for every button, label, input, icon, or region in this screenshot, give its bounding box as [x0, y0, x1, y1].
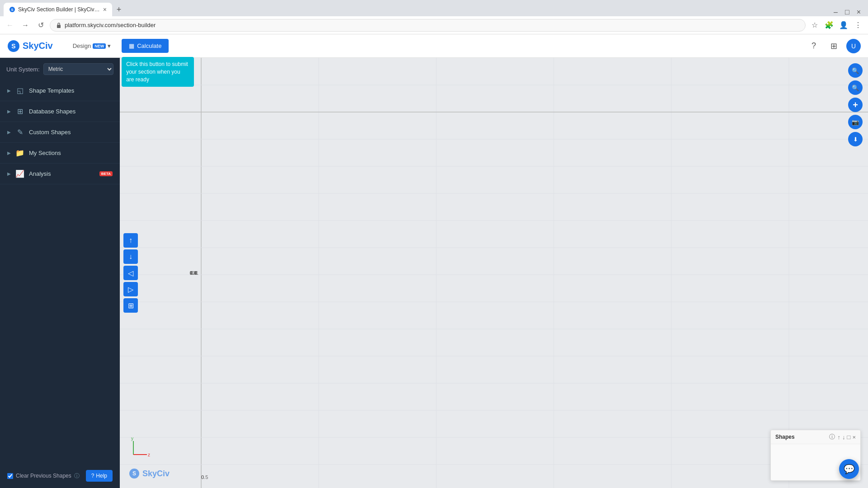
coord-svg: y z	[129, 436, 151, 459]
design-nav-btn[interactable]: Design NEW ▾	[67, 40, 116, 52]
shapes-up-btn[interactable]: ↑	[838, 434, 841, 441]
sidebar-item-shape-templates[interactable]: ▶ ◱ Shape Templates	[0, 80, 120, 101]
clear-shapes-label[interactable]: Clear Previous Shapes ⓘ	[7, 472, 80, 480]
zoom-out-btn[interactable]: 🔍	[848, 80, 863, 95]
nav-actions: ☆ 🧩 👤 ⋮	[808, 19, 864, 32]
arrow-icon-4: ▶	[7, 171, 11, 176]
zoom-in-btn[interactable]: 🔍	[848, 63, 863, 78]
extensions-btn[interactable]: 🧩	[823, 19, 835, 32]
pan-left-btn[interactable]: ◁	[123, 266, 138, 280]
arrow-icon-0: ▶	[7, 88, 11, 93]
calculate-btn[interactable]: ▦ Calculate	[122, 39, 169, 53]
sidebar-item-my-sections[interactable]: ▶ 📁 My Sections	[0, 143, 120, 164]
new-badge: NEW	[93, 43, 106, 49]
app-header: S SkyCiv Design NEW ▾ ▦ Calculate Click …	[0, 34, 868, 58]
shapes-panel-header: Shapes ⓘ ↑ ↓ □ ×	[771, 430, 860, 444]
unit-system-row: Unit System: Metric Imperial	[0, 58, 120, 80]
profile-btn[interactable]: 👤	[837, 19, 850, 32]
address-bar[interactable]: platform.skyciv.com/section-builder	[50, 19, 806, 32]
url-text: platform.skyciv.com/section-builder	[65, 22, 800, 28]
minimize-btn[interactable]: –	[834, 8, 838, 16]
sidebar-item-analysis[interactable]: ▶ 📈 Analysis BETA	[0, 164, 120, 184]
screenshot-btn[interactable]: 📷	[848, 115, 863, 129]
bookmark-btn[interactable]: ☆	[808, 19, 821, 32]
shapes-panel-title: Shapes	[775, 434, 826, 440]
new-tab-btn[interactable]: +	[112, 3, 126, 16]
header-right: ? ⊞ U	[807, 39, 861, 53]
tab-title: SkyCiv Section Builder | SkyCiv P...	[18, 6, 100, 13]
shapes-close-btn[interactable]: ×	[852, 434, 856, 441]
left-toolbar: ↑ ↓ ◁ ▷ ⊞	[123, 233, 138, 313]
grid-svg	[120, 58, 868, 488]
tab-favicon: S	[9, 6, 15, 13]
arrow-icon-3: ▶	[7, 150, 11, 155]
unit-select[interactable]: Metric Imperial	[43, 63, 113, 75]
pan-right-btn[interactable]: ▷	[123, 282, 138, 296]
pan-up-btn[interactable]: ↑	[123, 233, 138, 248]
back-btn[interactable]: ←	[4, 19, 16, 32]
browser-tab[interactable]: S SkyCiv Section Builder | SkyCiv P... ×	[4, 3, 112, 16]
refresh-btn[interactable]: ↺	[34, 19, 47, 32]
submit-tooltip-popup: Click this button to submit your section…	[122, 57, 194, 87]
shapes-copy-btn[interactable]: □	[847, 434, 851, 441]
shapes-down-btn[interactable]: ↓	[842, 434, 845, 441]
nav-bar: ← → ↺ platform.skyciv.com/section-builde…	[0, 16, 868, 34]
coord-indicator: y z	[129, 436, 151, 461]
calculate-label: Calculate	[137, 42, 161, 49]
header-nav: Design NEW ▾ ▦ Calculate Click this butt…	[67, 39, 169, 53]
help-label: Help	[96, 473, 107, 479]
x-label-05: 0.5	[201, 474, 208, 480]
canvas-watermark: S SkyCiv	[129, 468, 170, 479]
help-btn[interactable]: ? Help	[86, 470, 113, 482]
avatar[interactable]: U	[846, 39, 861, 53]
sidebar: Unit System: Metric Imperial ▶ ◱ Shape T…	[0, 58, 120, 488]
z-coord-label: z	[148, 452, 150, 457]
maximize-btn[interactable]: □	[845, 8, 849, 16]
shape-templates-icon: ◱	[15, 86, 24, 95]
right-toolbar: 🔍 🔍 + 📷 ⬇	[848, 63, 863, 146]
reset-view-btn[interactable]: ⊞	[123, 298, 138, 313]
y-label-neg01: -0.1	[190, 270, 198, 276]
shapes-info-icon[interactable]: ⓘ	[829, 433, 835, 441]
canvas-area: 1.1 1 0.9 0.8 0.7 0.6 0.5 0.4 0.3 0.2 0.…	[120, 58, 868, 488]
svg-text:S: S	[11, 42, 15, 50]
browser-chrome: S SkyCiv Section Builder | SkyCiv P... ×…	[0, 0, 868, 488]
download-btn[interactable]: ⬇	[848, 132, 863, 146]
sidebar-footer: Clear Previous Shapes ⓘ ? Help	[0, 464, 120, 488]
close-btn[interactable]: ×	[857, 8, 861, 16]
submit-section: ▦ Calculate Click this button to submit …	[122, 39, 169, 53]
more-btn[interactable]: ⋮	[852, 19, 864, 32]
database-shapes-label: Database Shapes	[29, 108, 113, 115]
tooltip-text: Click this button to submit your section…	[126, 61, 188, 83]
pan-down-btn[interactable]: ↓	[123, 249, 138, 264]
apps-icon-btn[interactable]: ⊞	[826, 39, 841, 53]
sidebar-item-database-shapes[interactable]: ▶ ⊞ Database Shapes	[0, 101, 120, 122]
forward-btn[interactable]: →	[19, 19, 32, 32]
add-btn[interactable]: +	[848, 98, 863, 112]
shape-templates-label: Shape Templates	[29, 87, 113, 94]
clear-shapes-text: Clear Previous Shapes	[16, 473, 71, 479]
custom-shapes-icon: ✎	[15, 128, 24, 136]
my-sections-icon: 📁	[15, 149, 24, 157]
logo: S SkyCiv	[7, 40, 53, 52]
main-content: Unit System: Metric Imperial ▶ ◱ Shape T…	[0, 58, 868, 488]
analysis-label: Analysis	[29, 170, 94, 177]
chat-icon: 💬	[844, 464, 855, 474]
chat-bubble-btn[interactable]: 💬	[839, 459, 859, 479]
svg-text:S: S	[11, 8, 14, 12]
tab-close-btn[interactable]: ×	[103, 6, 107, 13]
watermark-logo-icon: S	[129, 468, 140, 479]
custom-shapes-label: Custom Shapes	[29, 129, 113, 136]
watermark-text: SkyCiv	[142, 469, 170, 479]
lock-icon	[56, 22, 62, 28]
app-container: S SkyCiv Design NEW ▾ ▦ Calculate Click …	[0, 34, 868, 488]
clear-shapes-checkbox[interactable]	[7, 473, 13, 479]
sidebar-item-custom-shapes[interactable]: ▶ ✎ Custom Shapes	[0, 122, 120, 143]
tab-controls: – □ ×	[834, 8, 864, 16]
calculate-icon: ▦	[129, 42, 134, 49]
help-icon-btn[interactable]: ?	[807, 39, 821, 53]
design-dropdown-icon: ▾	[108, 42, 111, 49]
svg-rect-2	[57, 25, 61, 28]
clear-shapes-info-icon: ⓘ	[74, 472, 80, 480]
database-shapes-icon: ⊞	[15, 107, 24, 116]
